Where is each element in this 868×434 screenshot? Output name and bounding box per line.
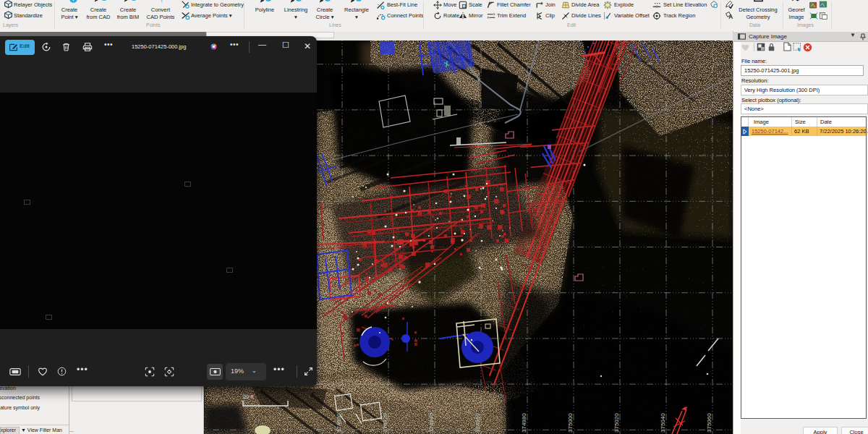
svg-text:375060: 375060	[706, 413, 712, 433]
svg-text:374980: 374980	[521, 413, 527, 433]
svg-text:374900: 374900	[336, 413, 342, 433]
svg-text:374960: 374960	[475, 413, 481, 433]
svg-text:375000: 375000	[567, 413, 574, 433]
svg-text:375020: 375020	[613, 413, 620, 433]
svg-text:374940: 374940	[428, 413, 435, 433]
svg-text:374920: 374920	[382, 413, 388, 433]
svg-text:20 ft: 20 ft	[243, 393, 255, 400]
svg-text:375040: 375040	[660, 413, 666, 433]
